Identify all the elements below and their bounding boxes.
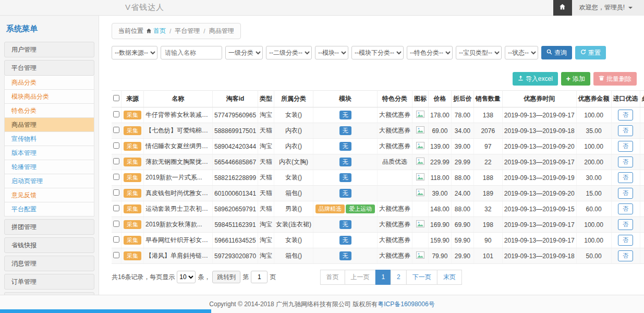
import-select-toggle[interactable]: 否	[618, 172, 633, 183]
column-header: 名称	[144, 91, 213, 107]
sidebar-item[interactable]: 用户管理	[4, 42, 94, 57]
page-size-select[interactable]: 10	[177, 271, 196, 283]
pagination-bar: 共16条记录，每页显示 10 条， 跳转到 第 页 首页 上一页 1 2 下一页…	[112, 271, 637, 283]
sidebar-item[interactable]: 平台管理	[4, 60, 94, 76]
sidebar-item[interactable]: 特色分类	[4, 104, 94, 118]
module-select[interactable]: --模块--	[315, 46, 348, 59]
sidebar-item[interactable]: 模块商品分类	[4, 90, 94, 104]
breadcrumb-item[interactable]: 平台管理	[175, 27, 200, 35]
level1-category-select[interactable]: 一级分类	[225, 46, 263, 59]
table-row: 采集 【港风】单肩斜挎链条... 597293020870 淘宝 箱包() 无 …	[112, 248, 644, 264]
cell-coupon-amount: 100.00	[576, 107, 611, 123]
cell-icon	[412, 186, 429, 201]
row-checkbox[interactable]	[113, 236, 119, 243]
jump-page-input[interactable]	[251, 271, 268, 283]
table-row: 采集 真皮钱包时尚优雅女士... 601000601341 天猫 箱包() 无 …	[112, 186, 644, 201]
cell-discount-price: 24.00	[451, 186, 473, 201]
page-button-2[interactable]: 2	[391, 270, 407, 285]
sidebar-item[interactable]: 轮播管理	[4, 160, 94, 174]
row-checkbox[interactable]	[113, 127, 119, 133]
sidebar-item[interactable]: 启动页管理	[4, 174, 94, 188]
search-button[interactable]: 查询	[541, 46, 572, 59]
cell-coupon-amount: 200.00	[576, 154, 611, 170]
cell-sales-count: 32	[473, 201, 502, 217]
cell-source: 采集	[121, 139, 144, 154]
import-select-toggle[interactable]: 否	[618, 156, 633, 167]
cell-checkbox	[112, 170, 121, 186]
data-source-select[interactable]: --数据来源--	[112, 46, 157, 59]
horizontal-scrollbar[interactable]	[0, 309, 211, 313]
sidebar-item[interactable]: 订单管理	[4, 274, 94, 290]
cell-checkbox	[112, 233, 121, 248]
next-page-button[interactable]: 下一页	[406, 270, 438, 285]
cell-category: 内衣(文胸)	[274, 154, 313, 170]
level2-category-select[interactable]: --二级分类--	[266, 46, 312, 59]
jump-button[interactable]: 跳转到	[212, 271, 240, 283]
feature-category-select[interactable]: --特色分类--	[407, 46, 453, 59]
row-checkbox[interactable]	[113, 189, 119, 196]
product-name-text: 2019新款一片式系...	[145, 174, 202, 181]
product-name-text: 牛仔背带裤女秋装减龄...	[145, 111, 213, 118]
row-checkbox[interactable]	[113, 158, 119, 164]
cell-taoke-id: 589620659791	[213, 201, 258, 217]
icp-link[interactable]: 粤ICP备16098006号	[378, 300, 434, 309]
page-button-1[interactable]: 1	[375, 270, 391, 285]
import-select-toggle[interactable]: 否	[618, 125, 633, 136]
row-checkbox[interactable]	[113, 142, 119, 149]
cell-must-buy: 否	[640, 139, 644, 154]
cell-source: 采集	[121, 201, 144, 217]
breadcrumb-home-link[interactable]: 首页	[146, 27, 166, 35]
batch-delete-button[interactable]: 批量删除	[593, 72, 637, 86]
import-select-toggle[interactable]: 否	[618, 203, 633, 214]
summary-mid-text: 条，	[198, 273, 210, 282]
sidebar-item[interactable]: 宣传物料	[4, 132, 94, 146]
row-checkbox[interactable]	[113, 111, 119, 117]
product-name-text: 真皮钱包时尚优雅女士...	[145, 189, 213, 197]
row-checkbox[interactable]	[113, 221, 119, 227]
sidebar-item[interactable]: 意见反馈	[4, 188, 94, 202]
import-select-toggle[interactable]: 否	[618, 141, 633, 152]
cell-source: 采集	[121, 186, 144, 201]
import-select-toggle[interactable]: 否	[618, 219, 633, 230]
last-page-button[interactable]: 末页	[437, 270, 462, 285]
product-name-text: 【港风】单肩斜挎链条...	[145, 252, 213, 259]
status-select[interactable]: --状态--	[505, 46, 538, 59]
import-excel-button[interactable]: 导入excel	[513, 72, 558, 86]
cell-feature-category: 大额优惠券	[378, 123, 412, 139]
import-select-toggle[interactable]: 否	[618, 188, 633, 199]
sidebar-item[interactable]: 商品管理	[4, 118, 94, 132]
sidebar-item[interactable]: 平台配置	[4, 202, 94, 216]
row-checkbox[interactable]	[113, 252, 119, 258]
welcome-text: 欢迎您，管理员!	[579, 3, 625, 12]
user-menu[interactable]: 欢迎您，管理员!	[572, 0, 644, 16]
sidebar-item[interactable]: 消息管理	[4, 256, 94, 271]
home-button[interactable]	[553, 0, 572, 16]
sidebar-item[interactable]: 版本管理	[4, 146, 94, 160]
select-all-checkbox[interactable]	[113, 95, 119, 101]
name-search-input[interactable]	[161, 46, 222, 59]
cell-source: 采集	[121, 217, 144, 233]
row-checkbox[interactable]	[113, 174, 119, 180]
add-button[interactable]: + 添加	[561, 72, 590, 86]
cell-feature-category	[378, 170, 412, 186]
row-checkbox[interactable]	[113, 205, 119, 211]
sidebar-item[interactable]: 商品分类	[4, 76, 94, 90]
prev-page-button[interactable]: 上一页	[344, 270, 375, 285]
cell-must-buy: 否	[640, 201, 644, 217]
import-select-toggle[interactable]: 否	[618, 110, 633, 121]
import-select-toggle[interactable]: 否	[618, 235, 633, 246]
cell-price: 159.90	[429, 233, 452, 248]
module-cell: 无	[313, 186, 378, 201]
reset-button[interactable]: 重置	[575, 46, 606, 59]
cell-sales-count: 97	[473, 139, 502, 154]
module-subcategory-select[interactable]: --模块下分类--	[351, 46, 404, 59]
cell-must-buy: 否	[640, 186, 644, 201]
cell-feature-category	[378, 186, 412, 201]
sidebar-item[interactable]: 省钱快报	[4, 237, 94, 253]
sidebar-item[interactable]: 拼团管理	[4, 219, 94, 235]
item-type-select[interactable]: --宝贝类型--	[456, 46, 502, 59]
import-select-toggle[interactable]: 否	[618, 250, 633, 261]
first-page-button[interactable]: 首页	[320, 270, 345, 285]
add-button-label: 添加	[573, 75, 585, 83]
cell-source: 采集	[121, 154, 144, 170]
